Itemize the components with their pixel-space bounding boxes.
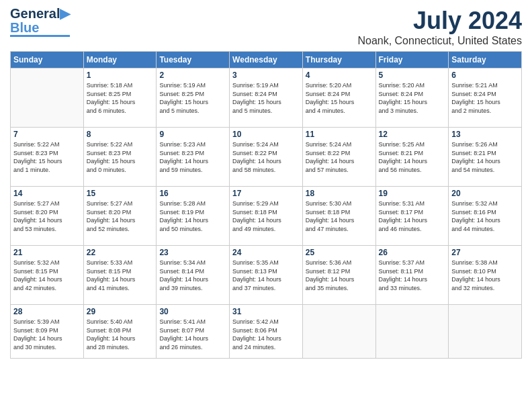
calendar-header-tuesday: Tuesday bbox=[157, 52, 230, 68]
day-info: Sunrise: 5:27 AM Sunset: 8:20 PM Dayligh… bbox=[13, 199, 81, 233]
day-number: 6 bbox=[451, 71, 519, 80]
day-info: Sunrise: 5:38 AM Sunset: 8:10 PM Dayligh… bbox=[451, 259, 519, 292]
header: General▶ Blue July 2024 Noank, Connectic… bbox=[10, 7, 522, 47]
day-info: Sunrise: 5:23 AM Sunset: 8:23 PM Dayligh… bbox=[159, 140, 226, 174]
calendar-week-row: 14Sunrise: 5:27 AM Sunset: 8:20 PM Dayli… bbox=[11, 187, 522, 246]
day-number: 4 bbox=[306, 71, 373, 80]
calendar-day-cell: 17Sunrise: 5:29 AM Sunset: 8:18 PM Dayli… bbox=[230, 187, 303, 246]
day-info: Sunrise: 5:26 AM Sunset: 8:21 PM Dayligh… bbox=[451, 140, 519, 174]
day-info: Sunrise: 5:20 AM Sunset: 8:24 PM Dayligh… bbox=[306, 81, 373, 115]
day-info: Sunrise: 5:27 AM Sunset: 8:20 PM Dayligh… bbox=[87, 199, 154, 233]
calendar-day-cell bbox=[302, 305, 375, 359]
day-number: 1 bbox=[87, 71, 154, 80]
day-info: Sunrise: 5:41 AM Sunset: 8:07 PM Dayligh… bbox=[159, 318, 226, 351]
day-info: Sunrise: 5:35 AM Sunset: 8:13 PM Dayligh… bbox=[232, 259, 300, 292]
calendar-day-cell: 13Sunrise: 5:26 AM Sunset: 8:21 PM Dayli… bbox=[449, 128, 522, 187]
main-title: July 2024 bbox=[357, 7, 522, 35]
day-number: 16 bbox=[159, 189, 226, 198]
day-number: 10 bbox=[232, 130, 300, 139]
calendar-day-cell: 18Sunrise: 5:30 AM Sunset: 8:18 PM Dayli… bbox=[302, 187, 375, 246]
calendar-day-cell: 26Sunrise: 5:37 AM Sunset: 8:11 PM Dayli… bbox=[375, 246, 449, 305]
day-info: Sunrise: 5:39 AM Sunset: 8:09 PM Dayligh… bbox=[13, 318, 81, 351]
day-number: 7 bbox=[13, 130, 81, 139]
day-number: 5 bbox=[379, 71, 446, 80]
day-number: 15 bbox=[87, 189, 154, 198]
calendar-day-cell: 16Sunrise: 5:28 AM Sunset: 8:19 PM Dayli… bbox=[157, 187, 230, 246]
calendar-week-row: 21Sunrise: 5:32 AM Sunset: 8:15 PM Dayli… bbox=[11, 246, 522, 305]
day-info: Sunrise: 5:24 AM Sunset: 8:22 PM Dayligh… bbox=[232, 140, 300, 174]
calendar-day-cell: 2Sunrise: 5:19 AM Sunset: 8:25 PM Daylig… bbox=[157, 68, 230, 128]
day-number: 3 bbox=[232, 71, 300, 80]
day-number: 18 bbox=[306, 189, 373, 198]
day-info: Sunrise: 5:37 AM Sunset: 8:11 PM Dayligh… bbox=[379, 259, 446, 292]
day-info: Sunrise: 5:28 AM Sunset: 8:19 PM Dayligh… bbox=[159, 199, 226, 233]
calendar-day-cell: 3Sunrise: 5:19 AM Sunset: 8:24 PM Daylig… bbox=[230, 68, 303, 128]
logo-blue: Blue bbox=[10, 21, 70, 37]
calendar-day-cell: 25Sunrise: 5:36 AM Sunset: 8:12 PM Dayli… bbox=[302, 246, 375, 305]
calendar-day-cell: 8Sunrise: 5:22 AM Sunset: 8:23 PM Daylig… bbox=[83, 128, 157, 187]
day-number: 25 bbox=[306, 248, 373, 257]
day-info: Sunrise: 5:32 AM Sunset: 8:16 PM Dayligh… bbox=[451, 199, 519, 233]
calendar-day-cell: 11Sunrise: 5:24 AM Sunset: 8:22 PM Dayli… bbox=[302, 128, 375, 187]
calendar-day-cell: 4Sunrise: 5:20 AM Sunset: 8:24 PM Daylig… bbox=[302, 68, 375, 128]
calendar-day-cell: 15Sunrise: 5:27 AM Sunset: 8:20 PM Dayli… bbox=[83, 187, 157, 246]
calendar-day-cell: 5Sunrise: 5:20 AM Sunset: 8:24 PM Daylig… bbox=[375, 68, 449, 128]
day-number: 22 bbox=[87, 248, 154, 257]
day-number: 26 bbox=[379, 248, 446, 257]
day-number: 23 bbox=[159, 248, 226, 257]
calendar-week-row: 1Sunrise: 5:18 AM Sunset: 8:25 PM Daylig… bbox=[11, 68, 522, 128]
day-number: 31 bbox=[232, 307, 300, 316]
day-info: Sunrise: 5:20 AM Sunset: 8:24 PM Dayligh… bbox=[379, 81, 446, 115]
calendar-header-monday: Monday bbox=[83, 52, 157, 68]
calendar-header-thursday: Thursday bbox=[302, 52, 375, 68]
calendar-table: SundayMondayTuesdayWednesdayThursdayFrid… bbox=[10, 51, 522, 359]
calendar-day-cell bbox=[375, 305, 449, 359]
calendar-day-cell: 14Sunrise: 5:27 AM Sunset: 8:20 PM Dayli… bbox=[11, 187, 84, 246]
day-number: 24 bbox=[232, 248, 300, 257]
day-info: Sunrise: 5:18 AM Sunset: 8:25 PM Dayligh… bbox=[87, 81, 154, 115]
logo-text: General▶ bbox=[10, 7, 70, 21]
calendar-day-cell: 20Sunrise: 5:32 AM Sunset: 8:16 PM Dayli… bbox=[449, 187, 522, 246]
calendar-day-cell: 19Sunrise: 5:31 AM Sunset: 8:17 PM Dayli… bbox=[375, 187, 449, 246]
day-number: 20 bbox=[451, 189, 519, 198]
day-info: Sunrise: 5:33 AM Sunset: 8:15 PM Dayligh… bbox=[87, 259, 154, 292]
day-number: 13 bbox=[451, 130, 519, 139]
calendar-day-cell bbox=[449, 305, 522, 359]
day-number: 21 bbox=[13, 248, 81, 257]
title-section: July 2024 Noank, Connecticut, United Sta… bbox=[357, 7, 522, 47]
day-number: 11 bbox=[306, 130, 373, 139]
day-number: 28 bbox=[13, 307, 81, 316]
calendar-week-row: 28Sunrise: 5:39 AM Sunset: 8:09 PM Dayli… bbox=[11, 305, 522, 359]
day-info: Sunrise: 5:21 AM Sunset: 8:24 PM Dayligh… bbox=[451, 81, 519, 115]
day-info: Sunrise: 5:40 AM Sunset: 8:08 PM Dayligh… bbox=[87, 318, 154, 351]
calendar-day-cell: 29Sunrise: 5:40 AM Sunset: 8:08 PM Dayli… bbox=[83, 305, 157, 359]
calendar-day-cell: 7Sunrise: 5:22 AM Sunset: 8:23 PM Daylig… bbox=[11, 128, 84, 187]
calendar-header-saturday: Saturday bbox=[449, 52, 522, 68]
day-info: Sunrise: 5:29 AM Sunset: 8:18 PM Dayligh… bbox=[232, 199, 300, 233]
day-info: Sunrise: 5:19 AM Sunset: 8:25 PM Dayligh… bbox=[159, 81, 226, 115]
day-number: 2 bbox=[159, 71, 226, 80]
calendar-day-cell: 1Sunrise: 5:18 AM Sunset: 8:25 PM Daylig… bbox=[83, 68, 157, 128]
calendar-day-cell: 9Sunrise: 5:23 AM Sunset: 8:23 PM Daylig… bbox=[157, 128, 230, 187]
calendar-day-cell: 6Sunrise: 5:21 AM Sunset: 8:24 PM Daylig… bbox=[449, 68, 522, 128]
calendar-day-cell: 22Sunrise: 5:33 AM Sunset: 8:15 PM Dayli… bbox=[83, 246, 157, 305]
calendar-day-cell: 12Sunrise: 5:25 AM Sunset: 8:21 PM Dayli… bbox=[375, 128, 449, 187]
day-number: 17 bbox=[232, 189, 300, 198]
calendar-day-cell: 24Sunrise: 5:35 AM Sunset: 8:13 PM Dayli… bbox=[230, 246, 303, 305]
calendar-day-cell: 21Sunrise: 5:32 AM Sunset: 8:15 PM Dayli… bbox=[11, 246, 84, 305]
day-info: Sunrise: 5:24 AM Sunset: 8:22 PM Dayligh… bbox=[306, 140, 373, 174]
day-number: 8 bbox=[87, 130, 154, 139]
logo: General▶ Blue bbox=[10, 7, 70, 37]
day-info: Sunrise: 5:31 AM Sunset: 8:17 PM Dayligh… bbox=[379, 199, 446, 233]
day-number: 30 bbox=[159, 307, 226, 316]
day-number: 29 bbox=[87, 307, 154, 316]
day-info: Sunrise: 5:19 AM Sunset: 8:24 PM Dayligh… bbox=[232, 81, 300, 115]
calendar-day-cell: 31Sunrise: 5:42 AM Sunset: 8:06 PM Dayli… bbox=[230, 305, 303, 359]
day-info: Sunrise: 5:32 AM Sunset: 8:15 PM Dayligh… bbox=[13, 259, 81, 292]
day-info: Sunrise: 5:22 AM Sunset: 8:23 PM Dayligh… bbox=[13, 140, 81, 174]
subtitle: Noank, Connecticut, United States bbox=[357, 35, 522, 47]
day-number: 9 bbox=[159, 130, 226, 139]
calendar-day-cell bbox=[11, 68, 84, 128]
calendar-day-cell: 10Sunrise: 5:24 AM Sunset: 8:22 PM Dayli… bbox=[230, 128, 303, 187]
calendar-header-wednesday: Wednesday bbox=[230, 52, 303, 68]
